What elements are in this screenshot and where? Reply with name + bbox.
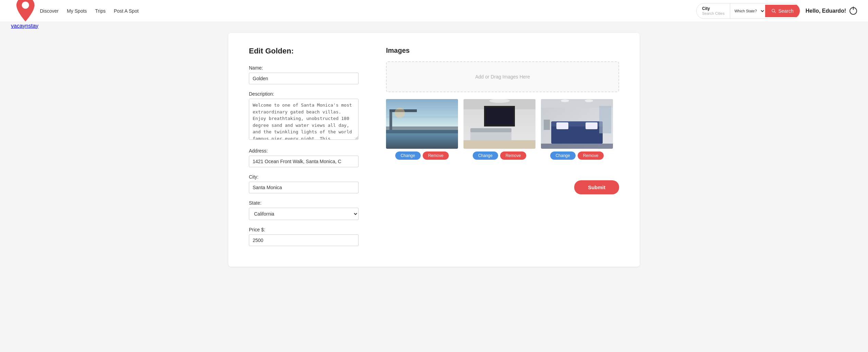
deck-image-svg xyxy=(386,99,458,149)
state-group: State: California New York Texas Florida… xyxy=(249,200,359,220)
greeting: Hello, Eduardo! xyxy=(806,8,846,14)
living-image-svg xyxy=(463,99,535,149)
submit-button[interactable]: Submit xyxy=(574,180,619,194)
description-input[interactable] xyxy=(249,99,359,140)
nav-search-area: City Search Cities Which State? Search xyxy=(696,3,800,19)
state-select[interactable]: Which State? xyxy=(730,6,765,16)
city-input[interactable] xyxy=(249,182,359,193)
image-card-1: Change Remove xyxy=(386,99,458,160)
nav-post-spot[interactable]: Post A Spot xyxy=(114,8,138,14)
svg-line-2 xyxy=(774,11,776,13)
image-thumb-2 xyxy=(463,99,535,149)
search-icon xyxy=(771,9,776,13)
image-grid: Change Remove xyxy=(386,99,619,160)
state-label: State: xyxy=(249,200,359,206)
image-card-2: Change Remove xyxy=(463,99,535,160)
image-drop-zone[interactable]: Add or Drag Images Here xyxy=(386,61,619,92)
price-group: Price $: xyxy=(249,227,359,246)
state-dropdown[interactable]: California New York Texas Florida Nevada xyxy=(249,208,359,220)
address-label: Address: xyxy=(249,148,359,154)
remove-button-1[interactable]: Remove xyxy=(423,151,449,160)
description-label: Description: xyxy=(249,91,359,97)
svg-rect-26 xyxy=(544,120,550,130)
description-group: Description: xyxy=(249,91,359,141)
city-label: City: xyxy=(249,174,359,180)
name-input[interactable] xyxy=(249,73,359,84)
name-group: Name: xyxy=(249,65,359,84)
svg-rect-7 xyxy=(389,109,392,130)
main-container: Edit Golden: Name: Description: Address:… xyxy=(228,33,640,267)
svg-point-21 xyxy=(585,99,593,102)
image-preview-3 xyxy=(541,99,613,149)
submit-row: Submit xyxy=(386,173,619,194)
edit-form: Edit Golden: Name: Description: Address:… xyxy=(249,47,359,253)
name-label: Name: xyxy=(249,65,359,71)
svg-rect-24 xyxy=(556,122,568,129)
svg-point-20 xyxy=(561,99,569,102)
search-button[interactable]: Search xyxy=(765,5,799,17)
power-icon[interactable] xyxy=(849,7,857,15)
image-thumb-1 xyxy=(386,99,458,149)
svg-point-1 xyxy=(772,9,775,12)
images-title: Images xyxy=(386,47,619,54)
image-actions-2: Change Remove xyxy=(473,151,527,160)
svg-point-0 xyxy=(22,2,29,9)
address-input[interactable] xyxy=(249,156,359,167)
svg-point-9 xyxy=(395,108,405,118)
images-section: Images Add or Drag Images Here xyxy=(386,47,619,253)
svg-rect-15 xyxy=(470,128,511,132)
remove-button-3[interactable]: Remove xyxy=(578,151,604,160)
svg-rect-13 xyxy=(486,108,513,125)
price-label: Price $: xyxy=(249,227,359,232)
logo[interactable]: vacaynstay xyxy=(11,0,40,29)
logo-text: vacaynstay xyxy=(11,23,38,29)
price-input[interactable] xyxy=(249,234,359,246)
change-button-3[interactable]: Change xyxy=(550,151,576,160)
svg-rect-28 xyxy=(541,144,613,149)
city-group: City: xyxy=(249,174,359,193)
image-card-3: Change Remove xyxy=(541,99,613,160)
logo-icon xyxy=(11,0,40,22)
nav-trips[interactable]: Trips xyxy=(95,8,106,14)
svg-rect-16 xyxy=(463,140,535,149)
image-preview-1 xyxy=(386,99,458,149)
nav-discover[interactable]: Discover xyxy=(40,8,59,14)
image-preview-2 xyxy=(463,99,535,149)
image-actions-1: Change Remove xyxy=(395,151,449,160)
city-label: City xyxy=(702,6,724,11)
remove-button-2[interactable]: Remove xyxy=(500,151,527,160)
search-label: Search xyxy=(778,8,793,14)
change-button-2[interactable]: Change xyxy=(473,151,498,160)
image-actions-3: Change Remove xyxy=(550,151,604,160)
bedroom-image-svg xyxy=(541,99,613,149)
svg-rect-6 xyxy=(386,126,458,133)
svg-rect-27 xyxy=(599,106,611,133)
nav-user: Hello, Eduardo! xyxy=(806,7,857,15)
city-placeholder: Search Cities xyxy=(702,11,724,15)
nav-links: Discover My Spots Trips Post A Spot xyxy=(40,8,696,14)
drop-zone-text: Add or Drag Images Here xyxy=(475,74,530,80)
change-button-1[interactable]: Change xyxy=(395,151,421,160)
address-group: Address: xyxy=(249,148,359,167)
navbar: vacaynstay Discover My Spots Trips Post … xyxy=(0,0,868,22)
city-search-group: City Search Cities xyxy=(697,3,730,19)
nav-my-spots[interactable]: My Spots xyxy=(67,8,87,14)
form-title: Edit Golden: xyxy=(249,47,359,56)
image-thumb-3 xyxy=(541,99,613,149)
svg-rect-25 xyxy=(586,122,598,129)
